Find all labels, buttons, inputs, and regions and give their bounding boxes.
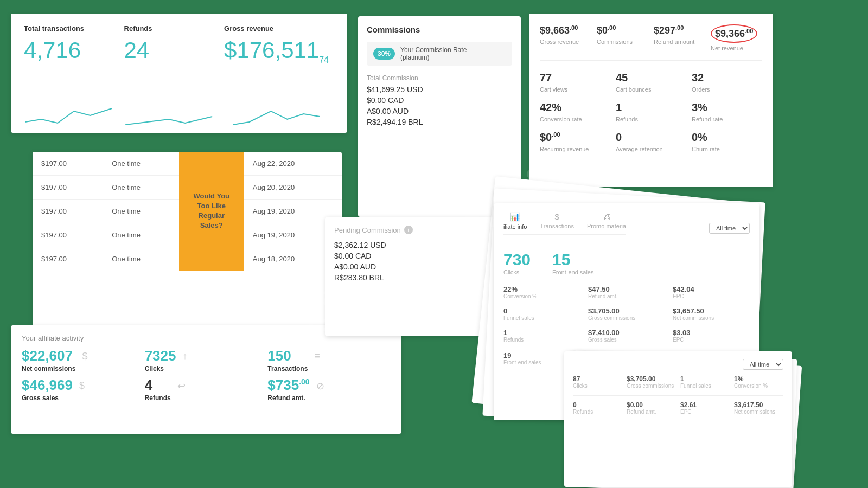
row-type: One time [103,223,179,247]
affiliate-info-icon: 📊 [510,212,520,222]
bc-clicks-val: 87 [573,375,622,383]
recurring-revenue: $0.00 Recurring revenue [540,131,610,152]
bc-net-comm: $3,617.50 Net commissions [734,401,783,415]
conversion-rate-value: 42% [540,101,610,114]
commission-rate-label: Your Commission Rate [400,46,467,54]
bc-conversion: 1% Conversion % [734,375,783,389]
cart-bounces-label: Cart bounces [616,86,686,93]
avg-retention: 0 Average retention [616,131,686,152]
tab-affiliate-info-label: iliate info [503,223,527,230]
tab-promo-label: Promo materia [587,223,626,229]
bc-epc-label: EPC [680,409,730,415]
dash-front-end-value: 15 [552,251,593,269]
refund-amount-stat: $297.00 Refund amount [654,24,705,52]
row-price: $197.00 [33,247,103,271]
refunds-count-value: 1 [616,101,686,114]
cart-bounces-value: 45 [616,72,686,84]
bc-conversion-val: 1% [734,375,783,383]
recurring-revenue-label: Recurring revenue [540,146,610,152]
commission-brl: R$2,494.19 BRL [367,118,512,126]
transactions-icon: $ [555,212,559,221]
bc-net-comm-label: Net commissions [734,409,783,415]
aff-gross-sales: $46,969 Gross sales $ [22,378,145,402]
bc-gross-comm: $3,705.00 Gross commissions [627,375,676,389]
bc-refunds: 0 Refunds [573,401,622,415]
refund-icon: ↩ [177,380,186,392]
metric-gross-comm: $3,705.00 Gross commissions [588,307,665,321]
aff-refund-amt: $735.00 Refund amt. ⊘ [267,378,391,402]
pending-brl: R$283.80 BRL [334,273,485,282]
churn-rate: 0% Churn rate [692,131,762,152]
revenue-top-row: $9,663.00 Gross revenue $0.00 Commission… [540,24,762,61]
metric-gross-comm-val: $3,705.00 [588,307,665,315]
pending-usd: $2,362.12 USD [334,241,485,249]
affiliate-grid: $22,607 Net commissions $ 7325 Clicks ↑ … [22,349,391,402]
total-transactions-value: 4,716 [24,39,113,62]
metric-conversion-pct-label: Conversion % [503,293,580,299]
metric-conversion-pct: 22% Conversion % [503,285,580,299]
metric-gross-sales-val: $7,410.00 [588,329,665,337]
aff-net-commissions: $22,607 Net commissions $ [22,349,145,373]
bc-epc: $2.61 EPC [680,401,730,415]
bc-refunds-val: 0 [573,401,622,409]
refund-amount-stat-label: Refund amount [654,38,705,45]
row-date: Aug 22, 2020 [244,152,342,176]
metric-conversion-pct-val: 22% [503,285,580,293]
tab-affiliate-info[interactable]: 📊 iliate info [503,212,527,230]
aff-transactions-value: 150 [267,349,308,363]
metric-refund-amt: $47.50 Refund amt. [588,285,665,299]
circle-slash-icon: ⊘ [316,380,324,392]
aff-gross-sales-value: $46,969 [22,378,73,392]
refund-rate: 3% Refund rate [692,101,762,123]
aff-transactions-label: Transactions [267,365,308,373]
bc-clicks-label: Clicks [573,383,622,389]
aff-net-commissions-value: $22,607 [22,349,75,363]
dash-metrics-grid: 22% Conversion % $47.50 Refund amt. $42.… [503,285,750,343]
dash-clicks-value: 730 [503,251,531,269]
total-transactions-col: Total transactions 4,716 [24,24,119,127]
tab-transactions[interactable]: $ Transactions [540,212,574,230]
bc-conversion-label: Conversion % [734,383,783,389]
commission-usd: $41,699.25 USD [367,85,512,94]
row-price: $197.00 [33,223,103,247]
aff-transactions: 150 Transactions ≡ [267,349,391,373]
aff-refunds: 4 Refunds ↩ [145,378,268,402]
time-period-select[interactable]: All time [709,223,750,234]
bottom-card-row-2: 0 Refunds $0.00 Refund amt. $2.61 EPC $3… [573,401,783,415]
promo-icon: 🖨 [603,212,611,221]
table-row: $197.00 One time Would You Too Like Regu… [33,152,342,176]
gross-revenue-label: Gross revenue [224,24,329,33]
pending-aud: A$0.00 AUD [334,262,485,271]
bc-funnel: 1 Funnel sales [680,375,730,389]
aff-gross-sales-label: Gross sales [22,394,73,402]
dash-header: 📊 iliate info $ Transactions 🖨 Promo mat… [503,212,750,244]
metric-net-comm-1-val: $3,657.50 [673,307,750,315]
commissions-stat-value: $0.00 [597,24,648,36]
metric-funnel-sales-label: Funnel sales [503,315,580,321]
bottom-time-select[interactable]: All time [743,359,783,370]
tab-promo[interactable]: 🖨 Promo materia [587,212,626,230]
recurring-revenue-value: $0.00 [540,131,610,144]
metric-epc-2-val: $3.03 [673,329,750,337]
gross-revenue-stat-value: $9,663.00 [540,24,591,36]
cart-bounces: 45 Cart bounces [616,72,686,93]
dollar-icon-2: $ [79,380,85,391]
orders: 32 Orders [692,72,762,93]
bc-gross-comm-val: $3,705.00 [627,375,676,383]
aff-clicks-value: 7325 [145,349,176,363]
net-revenue-stat: $9,366.00 Net revenue [711,24,762,52]
promo-banner: Would You Too Like Regular Sales? [179,152,244,271]
commissions-stat: $0.00 Commissions [597,24,648,52]
row-date: Aug 20, 2020 [244,176,342,200]
refunds-col: Refunds 24 [119,24,219,127]
conversion-rate: 42% Conversion rate [540,101,610,123]
gross-revenue-chart [224,100,329,127]
total-commission-label: Total Commission [367,74,512,82]
dash-main-stats: 730 Clicks 15 Front-end sales [503,251,750,275]
dash-front-end-label: Front-end sales [552,269,593,275]
aff-refunds-value: 4 [145,378,171,392]
refunds-label: Refunds [124,24,214,33]
metric-epc-1-label: EPC [673,293,750,299]
aff-clicks-label: Clicks [145,365,176,373]
total-transactions-chart [24,100,113,127]
